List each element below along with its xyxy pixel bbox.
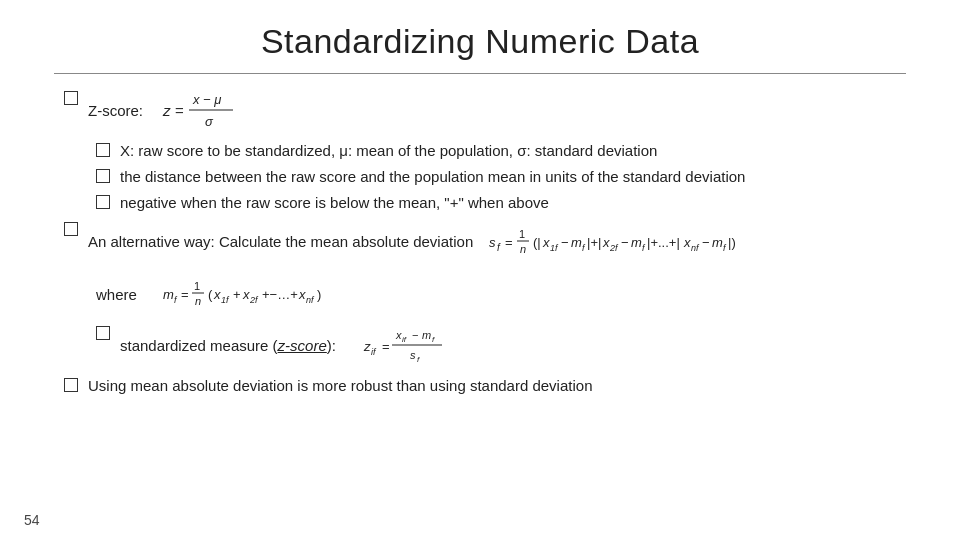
bullet-alt: An alternative way: Calculate the mean a… [64, 219, 906, 265]
svg-text:f: f [642, 243, 646, 253]
svg-text:m: m [422, 329, 431, 341]
alt-row: An alternative way: Calculate the mean a… [88, 219, 906, 265]
svg-text:m: m [163, 287, 174, 302]
svg-text:x: x [242, 287, 250, 302]
bullet-icon-sub2 [96, 169, 110, 183]
svg-text:f: f [497, 242, 501, 253]
where-block: where m f = 1 n ( x 1f + x 2f +−…+ x nf … [96, 271, 906, 317]
zif-formula: z if = x if − m f s f [362, 323, 462, 369]
where-label: where [96, 286, 137, 303]
svg-text:if: if [371, 347, 377, 357]
svg-text:s: s [489, 235, 496, 250]
bullet-icon-sub1 [96, 143, 110, 157]
content-area: Z-score: z = x − μ σ X [54, 88, 906, 397]
svg-text:n: n [195, 295, 201, 307]
svg-text:σ: σ [205, 114, 214, 129]
zscore-label: Z-score: [88, 100, 143, 122]
bullet-icon-alt [64, 222, 78, 236]
svg-text:n: n [520, 243, 526, 255]
svg-text:+−…+: +−…+ [262, 287, 298, 302]
svg-text:): ) [317, 287, 321, 302]
alt-label: An alternative way: Calculate the mean a… [88, 231, 473, 253]
svg-text:=: = [175, 102, 184, 119]
svg-text:f: f [417, 355, 420, 364]
svg-text:z: z [363, 339, 371, 354]
svg-text:x: x [213, 287, 221, 302]
svg-text:−: − [412, 329, 418, 341]
svg-text:x: x [542, 235, 550, 250]
svg-text:m: m [712, 235, 723, 250]
svg-text:−: − [621, 235, 629, 250]
svg-text:s: s [410, 349, 416, 361]
svg-text:|): |) [728, 235, 736, 250]
svg-text:−: − [561, 235, 569, 250]
bullet-icon-sub3 [96, 195, 110, 209]
svg-text:1: 1 [194, 280, 200, 292]
svg-text:x − μ: x − μ [192, 92, 221, 107]
bullet-sub3: negative when the raw score is below the… [96, 192, 906, 214]
bullet-sub1: X: raw score to be standardized, μ: mean… [96, 140, 906, 162]
standardized-row: standardized measure (z-score): z if = x… [120, 323, 906, 369]
svg-text:x: x [298, 287, 306, 302]
svg-text:x: x [395, 329, 402, 341]
svg-text:−: − [702, 235, 710, 250]
bullet-robust: Using mean absolute deviation is more ro… [64, 375, 906, 397]
page-number: 54 [24, 512, 40, 528]
sub2-text: the distance between the raw score and t… [120, 166, 906, 188]
bullet-sub2: the distance between the raw score and t… [96, 166, 906, 188]
mad-formula: s f = 1 n (| x 1f − m f |+| x [487, 219, 807, 265]
svg-text:+: + [233, 287, 241, 302]
slide: Standardizing Numeric Data Z-score: z = … [0, 0, 960, 540]
standardized-label: standardized measure (z-score): [120, 335, 336, 357]
svg-text:nf: nf [691, 243, 700, 253]
svg-text:f: f [723, 243, 727, 253]
svg-text:=: = [505, 235, 513, 250]
svg-text:x: x [602, 235, 610, 250]
title-divider [54, 73, 906, 74]
svg-text:m: m [631, 235, 642, 250]
bullet-icon-std [96, 326, 110, 340]
svg-text:1f: 1f [221, 295, 230, 305]
svg-text:=: = [382, 339, 390, 354]
bullet-icon-l1 [64, 91, 78, 105]
slide-title: Standardizing Numeric Data [54, 0, 906, 73]
svg-text:m: m [571, 235, 582, 250]
sub1-text: X: raw score to be standardized, μ: mean… [120, 140, 906, 162]
svg-text:x: x [683, 235, 691, 250]
sub3-text: negative when the raw score is below the… [120, 192, 906, 214]
svg-text:|+|: |+| [587, 235, 601, 250]
svg-text:1: 1 [519, 228, 525, 240]
svg-text:z: z [162, 102, 171, 119]
svg-text:2f: 2f [609, 243, 619, 253]
svg-text:f: f [582, 243, 586, 253]
svg-text:f: f [432, 335, 435, 344]
svg-text:f: f [174, 295, 178, 305]
bullet-icon-robust [64, 378, 78, 392]
svg-text:nf: nf [306, 295, 315, 305]
svg-text:1f: 1f [550, 243, 559, 253]
robust-text: Using mean absolute deviation is more ro… [88, 375, 906, 397]
bullet-zscore: Z-score: z = x − μ σ [64, 88, 906, 134]
bullet-standardized: standardized measure (z-score): z if = x… [96, 323, 906, 369]
svg-text:(|: (| [533, 235, 541, 250]
svg-text:=: = [181, 287, 189, 302]
zscore-formula: z = x − μ σ [161, 88, 241, 134]
mf-formula: m f = 1 n ( x 1f + x 2f +−…+ x nf ) [161, 271, 391, 317]
zscore-row: Z-score: z = x − μ σ [88, 88, 906, 134]
svg-text:(: ( [208, 287, 213, 302]
svg-text:if: if [402, 335, 407, 344]
svg-text:|+...+|: |+...+| [647, 235, 680, 250]
svg-text:2f: 2f [249, 295, 259, 305]
